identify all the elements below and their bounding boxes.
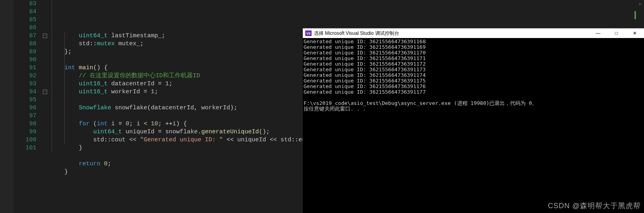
debug-console-window[interactable]: VS 选择 Microsoft Visual Studio 调试控制台 — □ … [303,28,644,213]
line-number: 90 [14,56,36,64]
maximize-button[interactable]: □ [607,28,626,38]
line-number: 101 [14,144,36,152]
line-number: 96 [14,104,36,112]
console-title-text: 选择 Microsoft Visual Studio 调试控制台 [314,30,589,37]
line-number: 95 [14,96,36,104]
line-number: 100 [14,136,36,144]
line-number: 86 [14,24,36,32]
editor-left-rail [0,0,14,213]
console-app-icon: VS [305,30,312,36]
line-number: 84 [14,8,36,16]
line-number: 92 [14,72,36,80]
line-number: 83 [14,0,36,8]
line-number-gutter[interactable]: 8384858687888990919293949596979899100101 [14,0,42,213]
minimize-button[interactable]: — [589,28,607,38]
line-number: 89 [14,48,36,56]
line-number: 97 [14,112,36,120]
close-button[interactable]: ✕ [626,28,644,38]
watermark-text: CSDN @森明帮大于黑虎帮 [548,201,641,211]
console-titlebar[interactable]: VS 选择 Microsoft Visual Studio 调试控制台 — □ … [303,28,644,38]
line-number: 99 [14,128,36,136]
line-number: 98 [14,120,36,128]
line-number: 87 [14,32,36,40]
minimap-highlight [634,11,636,19]
line-number: 85 [14,16,36,24]
line-number: 93 [14,80,36,88]
fold-toggle[interactable]: − [43,34,47,38]
fold-column[interactable]: −− [42,0,50,213]
line-number: 94 [14,88,36,96]
scroll-up-arrow[interactable]: ▷ [638,2,643,6]
line-number: 88 [14,40,36,48]
line-number: 91 [14,64,36,72]
console-output[interactable]: Generated unique ID: 362155664736391168 … [303,38,644,112]
fold-toggle[interactable]: − [43,90,47,94]
